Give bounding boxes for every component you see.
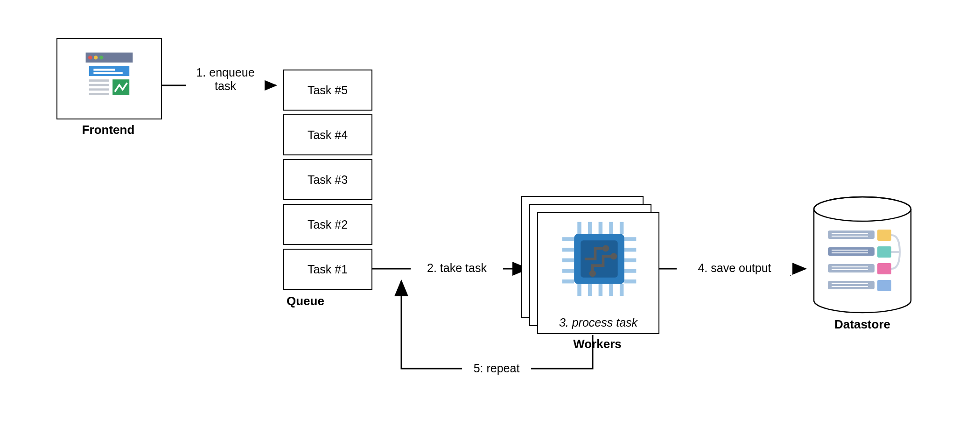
frontend-node xyxy=(56,38,162,119)
svg-point-1 xyxy=(88,56,92,59)
step-enqueue-line2: task xyxy=(186,79,265,93)
svg-point-3 xyxy=(99,56,103,59)
svg-rect-0 xyxy=(86,53,133,63)
svg-rect-47 xyxy=(828,264,875,272)
svg-rect-11 xyxy=(89,93,109,95)
svg-rect-6 xyxy=(93,69,115,70)
datastore-label: Datastore xyxy=(812,317,913,332)
svg-point-38 xyxy=(610,253,617,259)
svg-rect-45 xyxy=(828,247,875,256)
queue-cell-3: Task #2 xyxy=(283,204,372,245)
step-repeat: 5: repeat xyxy=(462,362,531,375)
svg-rect-49 xyxy=(828,281,875,289)
svg-rect-50 xyxy=(877,280,891,291)
svg-rect-48 xyxy=(877,263,891,274)
queue-cell-0: Task #5 xyxy=(283,70,372,111)
svg-rect-8 xyxy=(89,79,109,82)
svg-point-2 xyxy=(94,56,98,59)
datastore-node xyxy=(812,196,913,315)
queue-cell-1: Task #4 xyxy=(283,114,372,155)
svg-rect-44 xyxy=(877,230,891,241)
svg-rect-7 xyxy=(93,72,122,74)
svg-rect-9 xyxy=(89,84,109,86)
browser-icon xyxy=(81,48,137,104)
frontend-label: Frontend xyxy=(56,123,160,137)
svg-rect-43 xyxy=(828,230,875,239)
queue-cell-4: Task #1 xyxy=(283,249,372,290)
svg-rect-10 xyxy=(89,88,109,91)
queue-cell-2: Task #3 xyxy=(283,159,372,200)
queue-label: Queue xyxy=(283,294,374,308)
architecture-diagram: Frontend 1. enqueue task Task #5 Task #4… xyxy=(0,0,980,447)
step-save-output: 4. save output xyxy=(677,261,792,275)
step-take-task: 2. take task xyxy=(411,261,503,275)
svg-rect-5 xyxy=(89,66,129,76)
svg-point-37 xyxy=(602,245,609,251)
svg-rect-46 xyxy=(877,246,891,258)
step-enqueue-line1: 1. enqueue xyxy=(186,66,265,79)
